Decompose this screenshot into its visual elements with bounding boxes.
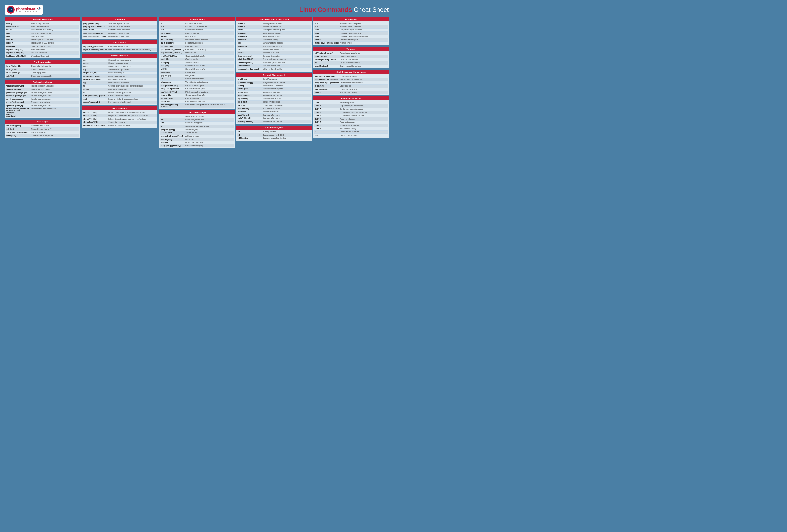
table-row: whoamiShow the current user bbox=[237, 51, 311, 54]
table-row: ssh -p [port] [user]@[host]Use a non-def… bbox=[5, 131, 80, 134]
hardware-body: dmesgShow bootup messages cat /proc/cpui… bbox=[5, 21, 80, 59]
process-related-header: Process Related bbox=[82, 54, 157, 58]
table-row: dmesgShow bootup messages bbox=[5, 22, 80, 25]
table-row: chmod 766 [file]Full permission to owner… bbox=[83, 117, 156, 120]
table-row: netstat -nutlpShow tcp and udp ports bbox=[237, 91, 311, 94]
table-row: usermodModify user information bbox=[160, 141, 234, 144]
table-row: chmod 755 [file]Full permission to owner… bbox=[83, 114, 156, 117]
table-row: Ctrl + UCut part of the line before the … bbox=[314, 111, 388, 114]
logo-text: phoenixNAP® GLOBAL IT SERVICES bbox=[16, 7, 41, 13]
table-row: hostnameShow system hostname bbox=[237, 32, 311, 35]
table-row: lsList files in the directory bbox=[160, 22, 234, 25]
table-row: hdparm -i /dev/[disk]Show disk data info bbox=[5, 48, 80, 51]
table-row: dnf install [package.rpm]Install a packa… bbox=[5, 94, 80, 97]
table-row: hdparm -tT /dev/[disk]Disk read speed te… bbox=[5, 51, 80, 54]
section-file-commands: File Commands lsList files in the direct… bbox=[159, 17, 235, 109]
table-row: touch [file]Create a new file bbox=[160, 58, 234, 61]
keyboard-shortcuts-body: Ctrl + CKill current process Ctrl + ZSto… bbox=[313, 101, 389, 138]
table-row: alias [alias]="[command]"Create command … bbox=[314, 75, 388, 78]
variables-body: let "[variable]=[value]"Assign integer v… bbox=[313, 51, 389, 68]
table-row: lshwHardware configuration info bbox=[5, 32, 80, 35]
table-row: last rebootShow reboot history bbox=[237, 38, 311, 41]
table-row: df -iShow free nodes on system bbox=[314, 25, 388, 28]
table-row: cd [/location]Change to a specified dire… bbox=[237, 137, 311, 140]
table-row: fgGet most recent suspended job to foreg… bbox=[83, 85, 156, 88]
directory-navigation-body: cd ..Move up one level cdChange director… bbox=[236, 130, 312, 140]
table-row: bgList background processes bbox=[83, 81, 156, 84]
column-3: File Commands lsList files in the direct… bbox=[159, 17, 235, 150]
table-row: whoShow who is logged in bbox=[160, 121, 234, 125]
table-row: ls -aList files, include hidden files bbox=[160, 25, 234, 28]
table-row: findmntShow target mount point bbox=[314, 38, 388, 41]
table-row: killall [process_name]Kill all processes… bbox=[83, 78, 156, 81]
ssh-login-body: ssh [user]@[host]Connect to host as user… bbox=[5, 124, 80, 138]
table-row: waitPause terminal until process complet… bbox=[83, 97, 156, 101]
table-row: chmod 777 [file]File read, write, execut… bbox=[83, 111, 156, 114]
table-row: topShow all running processes bbox=[83, 68, 156, 71]
file-commands-header: File Commands bbox=[159, 17, 235, 21]
file-transfer-body: scp [file.txt] [server/tmp]Create a tar … bbox=[82, 44, 157, 52]
table-row: pmapShow process memory usage bbox=[83, 65, 156, 68]
table-row: grep -r [pattern] [directory]Search a pa… bbox=[83, 25, 156, 28]
variables-header: Variables bbox=[313, 47, 389, 51]
table-row: telnet [host]Connect to Telnet via port … bbox=[5, 134, 80, 137]
svg-text:P: P bbox=[10, 9, 12, 11]
table-row: yum search [keyword]Find a package by a … bbox=[5, 85, 80, 88]
table-row: wcCount words/lines/bytes bbox=[160, 77, 234, 81]
table-row: gzip [file]Create a gz compressed file bbox=[5, 74, 80, 77]
ssh-login-header: SSH Login bbox=[5, 120, 80, 124]
table-row: rpm -i [package.rpm]Install a local rpm … bbox=[5, 97, 80, 101]
table-row: badblocks -s /dev/[disk]Unreadable block… bbox=[5, 54, 80, 58]
table-row: head [file]Show first 10 lines of a file bbox=[160, 65, 234, 68]
table-row: Ctrl + WCut the word before the cursor bbox=[314, 108, 388, 111]
page: P phoenixNAP® GLOBAL IT SERVICES Linux C… bbox=[3, 3, 391, 152]
directory-navigation-header: Directory Navigation bbox=[236, 126, 312, 130]
table-row: scp [file.txt] [server/tmp]Create a tar … bbox=[83, 45, 156, 48]
shell-command-management-body: alias [alias]="[command]"Create command … bbox=[313, 74, 389, 95]
table-row: hostname -IShow system IP address bbox=[237, 35, 311, 38]
table-row: Ctrl + ZStop process (can be resumed) bbox=[314, 104, 388, 108]
table-row: cat /proc/cpuinfoShow CPU information bbox=[5, 25, 80, 28]
table-row: netstat -pnltuShow active listening port… bbox=[237, 88, 311, 91]
table-row: hostname -IShow local IP address bbox=[237, 110, 311, 113]
table-row: locate [name]Search for files & director… bbox=[83, 28, 156, 32]
table-row: shred -u [file]Overwrite and delete a fi… bbox=[160, 94, 234, 97]
table-row: ip addr showShow IP addresses bbox=[237, 78, 311, 81]
table-row: chgrp [group] [directory]Change director… bbox=[160, 145, 234, 147]
table-row: rm -rf [directory]Force remove directory bbox=[160, 42, 234, 45]
content-grid: Hardware Information dmesgShow bootup me… bbox=[5, 17, 389, 150]
file-permission-header: File Permission bbox=[82, 106, 157, 110]
table-row: ifconfigShow all network interfaces bbox=[237, 84, 311, 87]
section-directory-navigation: Directory Navigation cd ..Move up one le… bbox=[236, 126, 312, 140]
table-row: gpg [file.gpg]Decrypt a file bbox=[160, 74, 234, 77]
section-searching: Searching grep [pattern] [file]Search fo… bbox=[82, 17, 157, 39]
table-row: psShow active process snapshot bbox=[83, 59, 156, 62]
users-groups-header: Users and Groups bbox=[159, 110, 235, 114]
network-management-header: Network Management bbox=[236, 73, 312, 77]
logo-icon: P bbox=[7, 6, 15, 14]
table-row: trap "[commands]" [signal]Execute comman… bbox=[83, 94, 156, 97]
column-1: Hardware Information dmesgShow bootup me… bbox=[5, 17, 80, 150]
table-row: watch -n [interval] [command]Set interva… bbox=[314, 78, 388, 81]
column-4: System Management and Info uname -rShow … bbox=[236, 17, 312, 150]
package-installation-header: Package Installation bbox=[5, 80, 80, 84]
table-row: kill [process_id]Kill the process by ID bbox=[83, 72, 156, 75]
table-row: mv [filename1] [filename2]Rename a file bbox=[160, 51, 234, 54]
section-keyboard-shortcuts: Keyboard Shortcuts Ctrl + CKill current … bbox=[313, 96, 389, 138]
table-row: modprobe [module-name]Add a new kernel m… bbox=[237, 68, 311, 70]
table-row: lsblkBlock devices info bbox=[5, 35, 80, 38]
table-row: tail [file]Show last 10 lines of a file bbox=[160, 68, 234, 71]
table-row: rm -r [directory]Recursively remove dire… bbox=[160, 38, 234, 41]
table-row: du -shShow disk usage for current direct… bbox=[314, 35, 388, 38]
column-2: Searching grep [pattern] [file]Search fo… bbox=[82, 17, 157, 150]
table-row: tar zxvf [source_code.tar.gz]cd [source_… bbox=[5, 108, 80, 117]
table-row: free -hShow free and used memory bbox=[5, 28, 80, 32]
table-row: df -hShow free space on system bbox=[314, 22, 388, 25]
table-row: wget [file_url]Download a file from url bbox=[237, 113, 311, 117]
section-process-related: Process Related psShow active process sn… bbox=[82, 54, 157, 105]
table-row: idShow active user details bbox=[160, 115, 234, 118]
file-commands-body: lsList files in the directory ls -aList … bbox=[159, 21, 235, 109]
table-row: mkdir [name]Create a directory bbox=[160, 32, 234, 35]
table-row: usermod -aG [group] [user]Add user to gr… bbox=[160, 135, 234, 138]
table-row: calShow current day and month bbox=[237, 48, 311, 51]
